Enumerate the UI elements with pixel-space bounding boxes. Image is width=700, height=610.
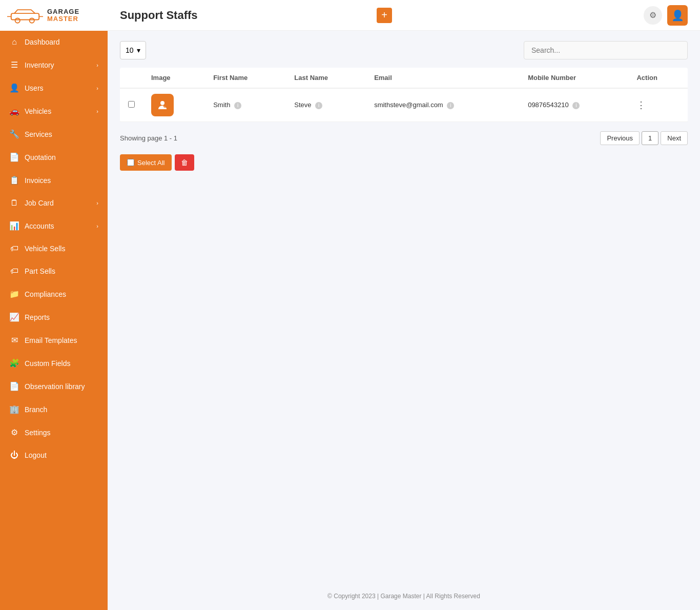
email-templates-icon: ✉ (9, 335, 19, 345)
logo-garage-text: GARAGE (47, 8, 79, 15)
sidebar-item-vehicles[interactable]: 🚗 Vehicles › (0, 99, 108, 123)
next-page-button[interactable]: Next (661, 131, 688, 145)
user-avatar[interactable]: 👤 (667, 5, 688, 26)
search-input[interactable] (524, 41, 688, 59)
sidebar-item-logout[interactable]: ⏻ Logout (0, 444, 108, 466)
sidebar-item-compliances[interactable]: 📁 Compliances (0, 282, 108, 306)
sidebar-item-quotation[interactable]: 📄 Quotation (0, 146, 108, 169)
sidebar-item-label: Inventory (25, 61, 54, 69)
page-number-button[interactable]: 1 (642, 131, 658, 145)
select-all-button[interactable]: Select All (120, 154, 172, 171)
sidebar-item-label: Branch (25, 405, 47, 414)
svg-point-5 (160, 101, 164, 105)
toolbar-row: 10 ▾ (120, 41, 688, 59)
logo-master-text: MASTER (47, 15, 79, 23)
compliances-icon: 📁 (9, 289, 19, 299)
settings-icon: ⚙ (9, 428, 19, 437)
table-col-email: Email (366, 68, 520, 88)
row-image-cell: + (143, 88, 205, 122)
logo-car-icon (7, 6, 43, 25)
sidebar-item-observation-library[interactable]: 📄 Observation library (0, 375, 108, 398)
info-icon[interactable]: i (572, 102, 580, 109)
gear-icon: ⚙ (649, 10, 656, 20)
page-title: Support Staffs (120, 9, 372, 22)
delete-button[interactable]: 🗑 (175, 154, 194, 171)
logo-text: GARAGE MASTER (47, 8, 79, 23)
staff-avatar-icon: + (156, 99, 169, 111)
chevron-right-icon: › (96, 200, 98, 206)
info-icon[interactable]: i (447, 102, 454, 109)
sidebar-item-dashboard[interactable]: ⌂ Dashboard (0, 31, 108, 53)
sidebar-item-branch[interactable]: 🏢 Branch (0, 398, 108, 421)
users-icon: 👤 (9, 83, 19, 93)
chevron-right-icon: › (96, 85, 98, 91)
sidebar-item-vehicle-sells[interactable]: 🏷 Vehicle Sells (0, 237, 108, 260)
branch-icon: 🏢 (9, 404, 19, 414)
previous-page-button[interactable]: Previous (600, 131, 640, 145)
sidebar-item-label: Part Sells (25, 267, 55, 275)
sidebar-item-custom-fields[interactable]: 🧩 Custom Fields (0, 352, 108, 375)
sidebar-item-invoices[interactable]: 📋 Invoices (0, 169, 108, 192)
add-support-staff-button[interactable]: + (377, 8, 392, 23)
pagination-row: Showing page 1 - 1 Previous 1 Next (120, 131, 688, 145)
sidebar-item-label: Services (25, 130, 52, 138)
table-col-mobile: Mobile Number (520, 68, 628, 88)
sidebar-item-reports[interactable]: 📈 Reports (0, 306, 108, 329)
gear-settings-button[interactable]: ⚙ (644, 6, 662, 25)
sidebar-item-inventory[interactable]: ☰ Inventory › (0, 53, 108, 76)
quotation-icon: 📄 (9, 152, 19, 162)
sidebar: GARAGE MASTER ⌂ Dashboard ☰ Inventory › … (0, 0, 108, 610)
sidebar-item-part-sells[interactable]: 🏷 Part Sells (0, 260, 108, 282)
table-col-lastname: Last Name (286, 68, 366, 88)
job-card-icon: 🗒 (9, 198, 19, 208)
top-header: Support Staffs + ⚙ 👤 (108, 0, 700, 31)
sidebar-item-settings[interactable]: ⚙ Settings (0, 421, 108, 444)
sidebar-item-label: Job Card (25, 199, 54, 207)
sidebar-item-label: Vehicles (25, 107, 51, 115)
content-area: 10 ▾ Image First Name Last Name Email Mo… (108, 31, 700, 582)
pagination-controls: Previous 1 Next (600, 131, 688, 145)
sidebar-item-label: Users (25, 84, 44, 92)
logout-icon: ⏻ (9, 451, 19, 460)
chevron-right-icon: › (96, 62, 98, 68)
sidebar-item-label: Custom Fields (25, 359, 70, 368)
sidebar-item-accounts[interactable]: 📊 Accounts › (0, 214, 108, 237)
footer: © Copyright 2023 | Garage Master | All R… (108, 582, 700, 610)
staff-avatar: + (151, 94, 174, 116)
chevron-right-icon: › (96, 108, 98, 114)
sidebar-item-services[interactable]: 🔧 Services (0, 123, 108, 146)
main-content: Support Staffs + ⚙ 👤 10 ▾ (108, 0, 700, 610)
info-icon[interactable]: i (315, 102, 322, 109)
invoices-icon: 📋 (9, 175, 19, 185)
sidebar-item-label: Accounts (25, 222, 54, 230)
accounts-icon: 📊 (9, 221, 19, 231)
sidebar-item-label: Observation library (25, 382, 85, 391)
action-menu-button[interactable]: ⋮ (636, 100, 646, 110)
sidebar-item-label: Reports (25, 313, 50, 321)
vehicle-sells-icon: 🏷 (9, 244, 19, 253)
table-col-checkbox (120, 68, 143, 88)
custom-fields-icon: 🧩 (9, 358, 19, 368)
sidebar-item-label: Email Templates (25, 336, 77, 344)
trash-icon: 🗑 (181, 158, 188, 167)
header-actions: ⚙ 👤 (644, 5, 688, 26)
row-email: smithsteve@gmail.com i (366, 88, 520, 122)
row-lastname: Steve i (286, 88, 366, 122)
per-page-dropdown[interactable]: 10 ▾ (120, 41, 146, 59)
staff-tbody: + Smith i Steve i smithsteve@gmail.com (120, 88, 688, 122)
sidebar-item-job-card[interactable]: 🗒 Job Card › (0, 192, 108, 214)
sidebar-item-label: Vehicle Sells (25, 245, 65, 253)
sidebar-item-email-templates[interactable]: ✉ Email Templates (0, 329, 108, 352)
part-sells-icon: 🏷 (9, 267, 19, 276)
svg-point-2 (30, 18, 34, 23)
logo-area: GARAGE MASTER (0, 0, 108, 31)
sidebar-item-label: Settings (25, 429, 51, 437)
row-mobile: 09876543210 i (520, 88, 628, 122)
row-checkbox[interactable] (128, 101, 135, 108)
row-action: ⋮ (628, 88, 688, 122)
info-icon[interactable]: i (234, 102, 241, 109)
sidebar-item-label: Quotation (25, 153, 56, 161)
footer-text: © Copyright 2023 | Garage Master | All R… (327, 593, 480, 600)
sidebar-item-users[interactable]: 👤 Users › (0, 76, 108, 99)
select-all-checkbox[interactable] (127, 159, 134, 166)
